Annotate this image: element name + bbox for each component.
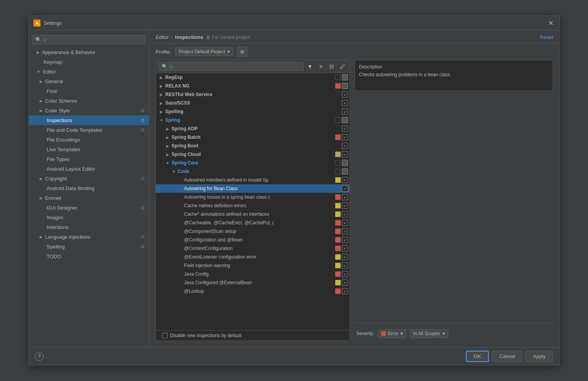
collapse-all-button[interactable]: ⊟ <box>327 62 336 71</box>
tree-row[interactable]: Java Config <box>156 270 350 278</box>
tree-item-label: RELAX NG <box>165 83 334 89</box>
tree-row[interactable]: ▶ RELAX NG <box>156 82 350 90</box>
sidebar-item-file-code-templates[interactable]: File and Code Templates ⊡ <box>29 125 149 135</box>
check-cell[interactable] <box>342 177 348 183</box>
check-cell[interactable] <box>342 100 348 106</box>
expand-all-button[interactable]: ≡ <box>316 62 326 71</box>
sidebar-item-label: Android Data Binding <box>47 185 94 191</box>
check-cell[interactable] <box>342 151 348 157</box>
sidebar-item-language-injections[interactable]: ▶ Language Injections ⊡ <box>29 232 149 242</box>
check-cell[interactable] <box>342 280 348 286</box>
filter-button[interactable]: ▼ <box>305 62 315 71</box>
sidebar-item-android-data[interactable]: Android Data Binding <box>29 184 149 193</box>
sidebar-search-input[interactable] <box>43 37 142 42</box>
sidebar-item-font[interactable]: Font <box>29 86 149 96</box>
gear-button[interactable]: ⚙ <box>237 47 247 57</box>
check-cell[interactable] <box>342 117 348 123</box>
sidebar-item-live-templates[interactable]: Live Templates <box>29 145 149 154</box>
check-cell[interactable] <box>342 134 348 140</box>
tree-search-input[interactable] <box>169 64 300 69</box>
severity-indicator <box>335 100 341 106</box>
tree-row[interactable]: ▼ Spring Core <box>156 159 350 167</box>
reset-button[interactable]: Reset <box>540 34 553 40</box>
check-cell[interactable] <box>342 83 348 89</box>
ok-button[interactable]: OK <box>466 351 489 362</box>
tree-row[interactable]: ▶ Spring Cloud <box>156 150 350 159</box>
scope-select[interactable]: In All Scopes ▾ <box>410 329 448 338</box>
sidebar-item-todo[interactable]: TODO <box>29 252 149 261</box>
tree-row[interactable]: Autowiring issues in a spring bean class… <box>156 193 350 201</box>
check-cell[interactable] <box>342 228 348 234</box>
apply-button[interactable]: Apply <box>525 351 553 362</box>
sidebar-item-inspections[interactable]: Inspections ⊡ <box>29 115 149 125</box>
sidebar-search-box[interactable]: 🔍 <box>32 35 146 44</box>
sidebar-item-file-encodings[interactable]: File Encodings <box>29 135 149 145</box>
tree-row[interactable]: @ComponentScan setup <box>156 227 350 236</box>
check-cell[interactable] <box>342 245 348 252</box>
reset-filter-button[interactable]: 🖊 <box>338 62 347 71</box>
sidebar-item-general[interactable]: ▶ General <box>29 77 149 86</box>
check-cell[interactable] <box>342 126 348 132</box>
tree-row[interactable]: @EventListener configuration error <box>156 253 350 261</box>
profile-select[interactable]: Project Default Project ▾ <box>175 47 233 56</box>
chevron-down-icon: ▼ <box>165 161 170 165</box>
sidebar-item-code-style[interactable]: ▶ Code Style ⊡ <box>29 106 149 115</box>
tree-item-label: Cache names definition errors <box>184 203 334 208</box>
tree-row[interactable]: @Cacheable, @CacheEvict, @CachePut, ( <box>156 218 350 227</box>
tree-row[interactable]: ▶ Spring Batch <box>156 133 350 142</box>
tree-row[interactable]: Autowired members defined in invalid Sp <box>156 176 350 184</box>
check-cell[interactable] <box>342 271 348 277</box>
sidebar-item-intentions[interactable]: Intentions <box>29 222 149 232</box>
check-cell[interactable] <box>342 288 348 294</box>
error-dot <box>381 331 386 336</box>
check-cell[interactable] <box>342 168 348 175</box>
disable-checkbox[interactable] <box>162 333 168 338</box>
sidebar-item-android-layout[interactable]: Android Layout Editor <box>29 164 149 174</box>
sidebar-item-copyright[interactable]: ▶ Copyright ⊡ <box>29 174 149 184</box>
check-cell[interactable] <box>342 160 348 166</box>
check-cell[interactable] <box>342 91 348 98</box>
check-cell[interactable] <box>342 185 348 192</box>
tree-row[interactable]: @Lookup <box>156 287 350 295</box>
tree-row[interactable]: ▶ Spelling <box>156 107 350 116</box>
check-cell[interactable] <box>342 237 348 243</box>
check-cell[interactable] <box>342 194 348 200</box>
tree-row[interactable]: Cache* annotations defined on interfaces <box>156 210 350 218</box>
sidebar-item-editor[interactable]: ▼ Editor <box>29 67 149 77</box>
sidebar-item-spelling[interactable]: Spelling ⊡ <box>29 242 149 252</box>
tree-row[interactable]: @ContextConfiguration <box>156 244 350 253</box>
close-button[interactable]: ✕ <box>547 19 555 27</box>
check-cell[interactable] <box>342 211 348 217</box>
check-cell[interactable] <box>342 203 348 209</box>
sidebar-item-images[interactable]: Images <box>29 213 149 222</box>
tree-search-box[interactable]: 🔍 <box>158 62 304 71</box>
sidebar-item-emmet[interactable]: ▶ Emmet <box>29 193 149 203</box>
sidebar-item-gui-designer[interactable]: GUI Designer ⊡ <box>29 203 149 213</box>
sidebar-item-keymap[interactable]: Keymap <box>29 57 149 67</box>
check-cell[interactable] <box>342 220 348 226</box>
tree-row[interactable]: ▶ Sass/SCSS <box>156 99 350 107</box>
sidebar-item-appearance[interactable]: ▶ Appearance & Behavior <box>29 47 149 57</box>
check-cell[interactable] <box>342 143 348 149</box>
sidebar-item-file-types[interactable]: File Types <box>29 154 149 164</box>
cancel-button[interactable]: Cancel <box>492 351 522 362</box>
tree-row[interactable]: ▼ Spring <box>156 116 350 124</box>
tree-row[interactable]: ▶ Spring AOP <box>156 124 350 133</box>
check-cell[interactable] <box>342 108 348 115</box>
tree-row[interactable]: ▶ Spring Boot <box>156 142 350 150</box>
tree-row-selected[interactable]: Autowiring for Bean Class ← <box>156 184 350 193</box>
tree-row[interactable]: ▶ RegExp <box>156 73 350 82</box>
main-area: Editor › Inspections 🖥 For current proje… <box>149 30 559 347</box>
tree-row[interactable]: ▼ Code <box>156 167 350 176</box>
sidebar-item-color-scheme[interactable]: ▶ Color Scheme <box>29 96 149 106</box>
tree-row[interactable]: ▶ RESTful Web Service <box>156 90 350 99</box>
help-button[interactable]: ? <box>35 352 44 361</box>
tree-row[interactable]: @Configuration and @Bean <box>156 236 350 244</box>
tree-row[interactable]: Cache names definition errors <box>156 201 350 210</box>
check-cell[interactable] <box>342 74 348 80</box>
check-cell[interactable] <box>342 262 348 269</box>
severity-select[interactable]: Error ▾ <box>378 329 407 338</box>
tree-row[interactable]: Field injection warning <box>156 261 350 270</box>
check-cell[interactable] <box>342 254 348 260</box>
tree-row[interactable]: Java Configured @ExternalBean <box>156 278 350 287</box>
